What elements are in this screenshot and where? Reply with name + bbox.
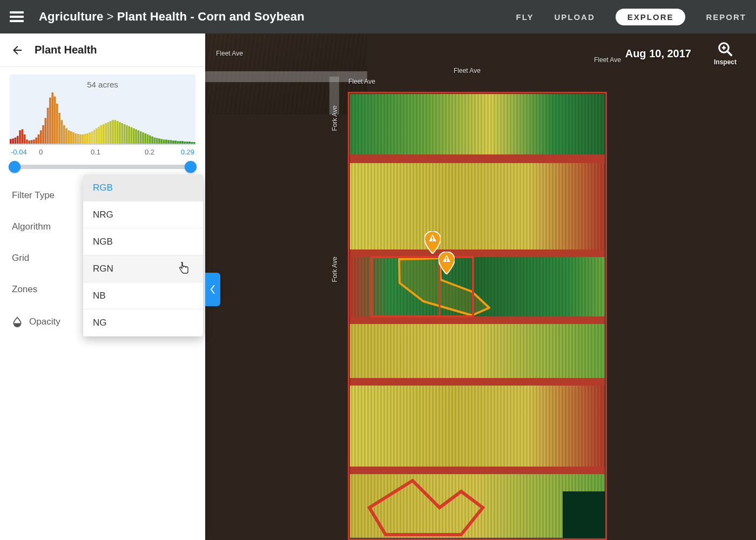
histogram-chart[interactable]: 54 acres [10, 75, 195, 145]
svg-rect-46 [117, 121, 119, 144]
dropdown-option-rgn[interactable]: RGN [83, 255, 203, 282]
breadcrumb: Agriculture > Plant Health - Corn and So… [39, 10, 305, 24]
svg-rect-29 [77, 134, 79, 144]
svg-rect-97 [350, 163, 605, 249]
map-viewport[interactable]: Fleet Ave Fleet Ave Fleet Ave Fleet Ave … [205, 33, 756, 540]
back-arrow-icon[interactable] [11, 44, 24, 57]
map-marker-warning-2[interactable] [438, 252, 455, 274]
svg-rect-18 [51, 92, 53, 144]
svg-rect-63 [156, 138, 158, 144]
svg-rect-58 [144, 133, 146, 144]
svg-rect-75 [184, 141, 186, 144]
svg-rect-21 [58, 113, 60, 144]
svg-rect-94 [350, 94, 605, 154]
svg-rect-36 [93, 130, 96, 144]
svg-rect-104 [350, 378, 605, 386]
svg-rect-37 [96, 129, 98, 144]
dropdown-option-ng[interactable]: NG [83, 309, 203, 336]
svg-rect-61 [151, 137, 153, 144]
svg-rect-3 [17, 136, 19, 144]
sidebar-title: Plant Health [35, 44, 97, 56]
svg-rect-73 [179, 141, 181, 144]
svg-rect-60 [149, 136, 151, 144]
svg-rect-20 [56, 104, 58, 144]
svg-rect-23 [63, 125, 65, 144]
svg-rect-14 [42, 125, 44, 144]
histogram-area-label: 54 acres [10, 80, 195, 89]
range-slider-min-thumb[interactable] [9, 161, 21, 173]
svg-rect-69 [170, 140, 172, 144]
svg-rect-22 [61, 120, 63, 144]
histogram-panel: 54 acres -0.04 0 0.1 0.2 0.29 [0, 67, 205, 174]
axis-min: -0.04 [11, 148, 27, 156]
svg-rect-53 [133, 129, 135, 144]
svg-rect-48 [121, 123, 123, 144]
svg-rect-8 [28, 140, 30, 144]
svg-rect-68 [167, 140, 170, 144]
svg-rect-12 [38, 134, 40, 144]
svg-rect-19 [54, 97, 56, 144]
nav-upload[interactable]: UPLOAD [554, 12, 595, 22]
map-terrain [205, 33, 367, 114]
dropdown-option-nrg[interactable]: NRG [83, 201, 203, 228]
breadcrumb-page[interactable]: Plant Health - Corn and Soybean [117, 10, 305, 24]
svg-rect-72 [177, 141, 179, 144]
svg-rect-24 [65, 129, 68, 144]
svg-rect-98 [350, 249, 605, 257]
svg-rect-62 [154, 138, 156, 144]
svg-rect-13 [40, 130, 42, 144]
menu-icon[interactable] [10, 11, 24, 22]
svg-rect-54 [135, 129, 137, 144]
svg-rect-7 [26, 139, 28, 144]
svg-rect-44 [112, 120, 114, 144]
svg-rect-110 [563, 491, 605, 538]
svg-rect-4 [19, 130, 21, 144]
range-slider[interactable] [11, 165, 194, 169]
inspect-tool[interactable]: Inspect [714, 41, 737, 66]
svg-rect-26 [70, 131, 72, 144]
svg-rect-79 [193, 142, 195, 144]
svg-rect-57 [142, 132, 144, 144]
range-slider-max-thumb[interactable] [185, 161, 197, 173]
svg-rect-74 [181, 141, 184, 144]
svg-rect-33 [86, 133, 89, 144]
opacity-label: Opacity [29, 316, 60, 327]
svg-rect-51 [128, 126, 130, 144]
svg-rect-43 [110, 121, 112, 144]
road-label-fleet-1: Fleet Ave [348, 78, 375, 85]
field-health-overlay[interactable] [348, 92, 607, 540]
svg-rect-56 [140, 131, 142, 144]
axis-tick-2: 0.2 [145, 148, 154, 156]
svg-rect-10 [33, 139, 35, 144]
svg-rect-116 [446, 260, 447, 261]
svg-rect-41 [105, 123, 107, 144]
svg-rect-76 [186, 141, 188, 144]
svg-rect-5 [22, 129, 24, 144]
breadcrumb-separator: > [107, 10, 114, 24]
svg-rect-65 [161, 139, 163, 144]
breadcrumb-root[interactable]: Agriculture [39, 10, 104, 24]
svg-rect-67 [165, 139, 167, 144]
dropdown-option-nb[interactable]: NB [83, 282, 203, 309]
nav-report[interactable]: REPORT [706, 12, 746, 22]
nav-explore[interactable]: EXPLORE [616, 9, 686, 25]
topbar: Agriculture > Plant Health - Corn and So… [0, 0, 756, 33]
dropdown-option-ngb[interactable]: NGB [83, 228, 203, 255]
svg-rect-78 [191, 142, 193, 144]
svg-rect-27 [72, 132, 75, 144]
svg-rect-45 [114, 120, 117, 144]
nav-fly[interactable]: FLY [516, 12, 534, 22]
svg-rect-25 [68, 130, 70, 144]
svg-rect-106 [350, 386, 605, 467]
road-label-fleet-2: Fleet Ave [454, 67, 481, 75]
svg-rect-55 [138, 130, 140, 144]
filter-type-dropdown[interactable]: RGB NRG NGB RGN NB NG [83, 174, 203, 336]
map-marker-warning-1[interactable] [424, 231, 441, 254]
inspect-label: Inspect [714, 58, 737, 66]
collapse-sidebar-button[interactable] [205, 273, 220, 306]
chevron-left-icon [210, 285, 215, 294]
svg-rect-16 [47, 108, 49, 144]
dropdown-option-rgb[interactable]: RGB [83, 174, 203, 201]
svg-rect-95 [350, 154, 605, 163]
axis-tick-0: 0 [39, 148, 43, 156]
